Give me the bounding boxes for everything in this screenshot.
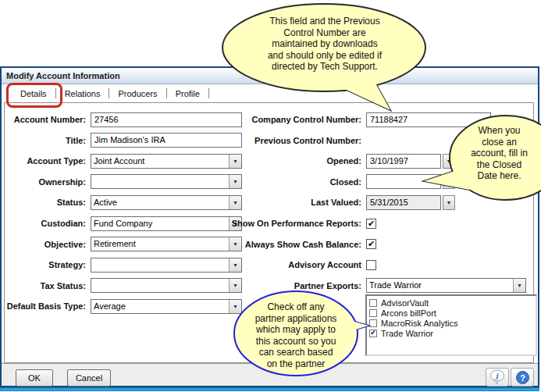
tab-producers[interactable]: Producers: [110, 87, 165, 101]
dropdown-ownership[interactable]: ▼: [91, 174, 242, 189]
tab-profile[interactable]: Profile: [168, 87, 208, 101]
form-row-custodian: Custodian:Fund Company▼: [3, 216, 242, 231]
text-input-title[interactable]: Jim Madison's IRA: [91, 133, 242, 148]
dropdown-partner-exports[interactable]: Trade Warrior▼: [366, 278, 526, 293]
dropdown-strategy[interactable]: ▼: [91, 258, 242, 273]
list-item-trade-warrior[interactable]: ✔Trade Warrior: [367, 328, 536, 338]
field-control: ✔: [366, 237, 376, 252]
field-label-closed: Closed:: [225, 174, 361, 190]
list-item-label: Arcons billPort: [381, 308, 436, 318]
checkbox-show-on-performance-reports[interactable]: ✔: [366, 219, 376, 229]
field-control: Active▼: [91, 194, 242, 210]
dropdown-account-type[interactable]: Joint Account▼: [91, 154, 242, 169]
field-label-account-number: Account Number:: [3, 112, 86, 127]
dropdown-value: [91, 258, 229, 272]
field-label-advisory-account: Advisory Account: [225, 257, 361, 273]
form-row-show-on-performance-reports: Show On Performance Reports:✔: [225, 216, 376, 231]
form-row-title: Title:Jim Madison's IRA: [3, 133, 242, 148]
ok-button[interactable]: OK: [16, 369, 53, 387]
form-row-ownership: Ownership:▼: [3, 174, 242, 190]
help-icon: ?: [515, 370, 530, 385]
form-row-default-basis-type: Default Basis Type:Average▼: [3, 298, 242, 314]
svg-text:?: ?: [520, 372, 525, 382]
field-control: Fund Company▼: [91, 216, 242, 231]
dropdown-value: Fund Company: [91, 217, 229, 230]
callout-text-partner-exports: Check off any partner applications which…: [237, 301, 355, 369]
callout-text-closed-date: When you close an account, fill in the C…: [457, 125, 541, 182]
form-row-account-number: Account Number:27456: [3, 112, 242, 127]
list-item-advisorvault[interactable]: AdvisorVault: [367, 298, 536, 308]
form-left-column: Account Number:27456Title:Jim Madison's …: [3, 112, 245, 326]
form-row-advisory-account: Advisory Account: [225, 257, 376, 273]
list-item-label: AdvisorVault: [381, 298, 429, 308]
dropdown-value: Retirement: [91, 237, 229, 251]
field-control: Joint Account▼: [91, 153, 242, 169]
field-control: ▼: [91, 257, 242, 273]
form-row-strategy: Strategy:▼: [3, 257, 242, 273]
info-icon: i: [489, 369, 506, 385]
field-label-objective: Objective:: [3, 237, 86, 252]
field-label-custodian: Custodian:: [3, 216, 86, 231]
field-control: ✔: [366, 216, 376, 231]
field-label-title: Title:: [3, 133, 86, 148]
callout-text-control-number: This field and the Previous Control Numb…: [248, 16, 401, 73]
checkbox-always-show-cash-balance[interactable]: ✔: [366, 239, 376, 249]
tab-separator: [109, 88, 109, 98]
dropdown-value: Joint Account: [91, 155, 229, 168]
field-control: Trade Warrior▼: [366, 278, 526, 294]
list-item-macrorisk-analytics[interactable]: MacroRisk Analytics: [367, 318, 536, 328]
field-label-strategy: Strategy:: [3, 257, 86, 273]
tab-separator: [166, 88, 167, 98]
form-row-status: Status:Active▼: [3, 194, 242, 210]
field-control: Retirement▼: [91, 237, 242, 252]
list-item-arcons-billport[interactable]: Arcons billPort: [367, 308, 536, 318]
field-control: [366, 257, 376, 273]
check-icon: ✔: [368, 219, 375, 228]
field-label-opened: Opened:: [225, 153, 361, 169]
checkbox-advisory-account[interactable]: [366, 260, 376, 270]
field-label-status: Status:: [3, 194, 86, 210]
dialog-title: Modify Account Information: [6, 71, 120, 80]
field-label-show-on-performance-reports: Show On Performance Reports:: [225, 216, 361, 231]
chevron-down-icon[interactable]: ▼: [513, 279, 525, 292]
form-row-always-show-cash-balance: Always Show Cash Balance:✔: [225, 237, 376, 252]
dropdown-custodian[interactable]: Fund Company▼: [91, 216, 242, 231]
dropdown-objective[interactable]: Retirement▼: [91, 237, 242, 251]
dropdown-tax-status[interactable]: ▼: [91, 278, 242, 293]
info-button[interactable]: i: [486, 368, 509, 387]
field-control: Jim Madison's IRA: [91, 133, 242, 148]
dropdown-value: Trade Warrior: [367, 279, 513, 292]
list-item-label: MacroRisk Analytics: [381, 319, 457, 328]
list-item-label: Trade Warrior: [381, 329, 433, 338]
dropdown-value: [91, 175, 229, 188]
dropdown-default-basis-type[interactable]: Average▼: [91, 299, 242, 314]
field-control: ▼: [91, 278, 242, 294]
form-row-account-type: Account Type:Joint Account▼: [3, 153, 242, 169]
cancel-button[interactable]: Cancel: [67, 369, 111, 387]
tab-relations[interactable]: Relations: [57, 87, 109, 101]
field-label-default-basis-type: Default Basis Type:: [3, 298, 86, 314]
form-row-objective: Objective:Retirement▼: [3, 237, 242, 252]
help-button[interactable]: ?: [511, 368, 534, 387]
dropdown-value: Active: [91, 196, 229, 209]
partner-exports-dropdown-list[interactable]: AdvisorVaultArcons billPortMacroRisk Ana…: [365, 294, 537, 356]
screenshot-stage: Modify Account Information DetailsRelati…: [0, 0, 541, 392]
field-control: ▼: [91, 174, 242, 190]
field-label-tax-status: Tax Status:: [3, 278, 86, 294]
field-control: Average▼: [91, 298, 242, 314]
field-label-previous-control-number: Previous Control Number:: [225, 133, 361, 148]
form-row-previous-control-number: Previous Control Number:: [225, 133, 366, 148]
tab-separator: [208, 88, 209, 98]
dropdown-value: Average: [91, 300, 229, 313]
dropdown-status[interactable]: Active▼: [91, 195, 242, 210]
form-row-tax-status: Tax Status:▼: [3, 278, 242, 294]
details-tab-highlight-annotation: [6, 83, 62, 108]
field-label-account-type: Account Type:: [3, 153, 86, 169]
check-icon: ✔: [368, 240, 375, 248]
field-label-always-show-cash-balance: Always Show Cash Balance:: [225, 237, 361, 252]
field-label-last-valued: Last Valued:: [225, 194, 361, 210]
dropdown-value: [91, 279, 229, 292]
field-label-ownership: Ownership:: [3, 174, 86, 190]
